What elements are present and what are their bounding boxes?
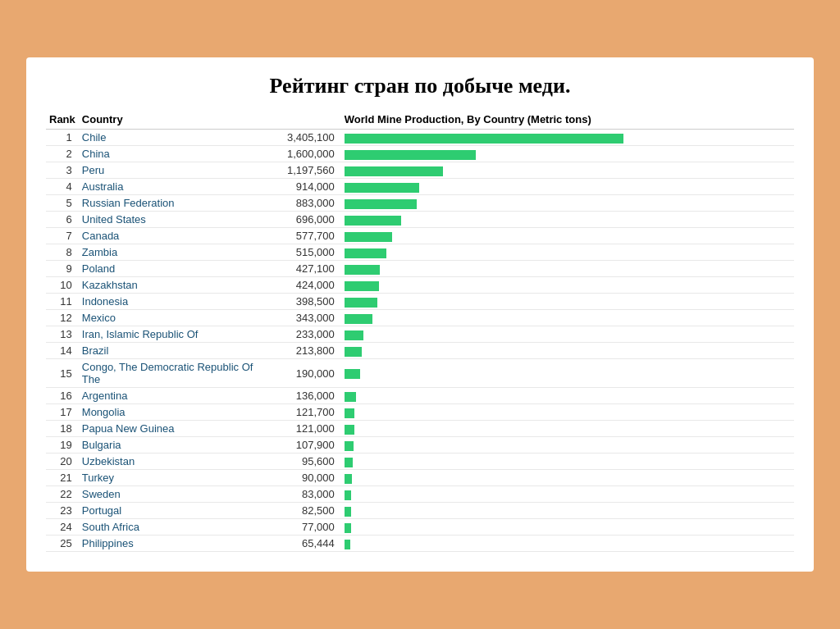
- cell-value: 343,000: [259, 310, 341, 326]
- table-row: 1Chile3,405,100: [46, 130, 794, 146]
- cell-bar: [341, 486, 794, 503]
- cell-rank: 2: [46, 146, 79, 162]
- table-row: 23Portugal82,500: [46, 503, 794, 519]
- bar-visual: [345, 134, 623, 144]
- cell-rank: 11: [46, 294, 79, 310]
- cell-rank: 3: [46, 162, 79, 179]
- cell-rank: 15: [46, 359, 79, 388]
- header-country: Country: [79, 112, 259, 130]
- cell-bar: [341, 294, 794, 310]
- table-row: 10Kazakhstan424,000: [46, 277, 794, 294]
- bar-visual: [345, 248, 386, 258]
- cell-value: 121,000: [259, 421, 341, 437]
- cell-bar: [341, 179, 794, 195]
- cell-value: 696,000: [259, 212, 341, 228]
- cell-country: Indonesia: [79, 294, 259, 310]
- cell-country: Mongolia: [79, 404, 259, 421]
- bar-visual: [345, 408, 354, 418]
- cell-country: United States: [79, 212, 259, 228]
- bar-visual: [345, 392, 356, 402]
- data-table: Rank Country World Mine Production, By C…: [46, 112, 794, 552]
- cell-value: 136,000: [259, 388, 341, 404]
- table-row: 2China1,600,000: [46, 146, 794, 162]
- cell-value: 121,700: [259, 404, 341, 421]
- table-row: 8Zambia515,000: [46, 244, 794, 261]
- table-row: 17Mongolia121,700: [46, 404, 794, 421]
- cell-country: Congo, The Democratic Republic Of The: [79, 359, 259, 388]
- cell-bar: [341, 162, 794, 179]
- bar-visual: [345, 265, 380, 275]
- cell-rank: 5: [46, 195, 79, 212]
- cell-value: 883,000: [259, 195, 341, 212]
- page-title: Рейтинг стран по добыче меди.: [46, 74, 794, 98]
- table-row: 14Brazil213,800: [46, 343, 794, 359]
- cell-rank: 21: [46, 470, 79, 486]
- bar-visual: [345, 216, 401, 226]
- cell-rank: 6: [46, 212, 79, 228]
- cell-country: Portugal: [79, 503, 259, 519]
- cell-rank: 20: [46, 454, 79, 470]
- cell-value: 427,100: [259, 261, 341, 277]
- cell-bar: [341, 536, 794, 552]
- table-row: 11Indonesia398,500: [46, 294, 794, 310]
- table-row: 20Uzbekistan95,600: [46, 454, 794, 470]
- cell-rank: 7: [46, 228, 79, 244]
- cell-bar: [341, 503, 794, 519]
- bar-visual: [345, 298, 377, 308]
- table-row: 21Turkey90,000: [46, 470, 794, 486]
- table-row: 25Philippines65,444: [46, 536, 794, 552]
- cell-value: 1,197,560: [259, 162, 341, 179]
- cell-country: Russian Federation: [79, 195, 259, 212]
- cell-value: 233,000: [259, 326, 341, 343]
- table-row: 24South Africa77,000: [46, 519, 794, 536]
- cell-country: China: [79, 146, 259, 162]
- cell-country: Sweden: [79, 486, 259, 503]
- cell-value: 1,600,000: [259, 146, 341, 162]
- bar-visual: [345, 150, 476, 160]
- cell-bar: [341, 326, 794, 343]
- cell-rank: 17: [46, 404, 79, 421]
- header-production: [259, 112, 341, 130]
- cell-value: 190,000: [259, 359, 341, 388]
- cell-country: Zambia: [79, 244, 259, 261]
- cell-rank: 22: [46, 486, 79, 503]
- cell-bar: [341, 277, 794, 294]
- cell-country: Australia: [79, 179, 259, 195]
- table-header-row: Rank Country World Mine Production, By C…: [46, 112, 794, 130]
- cell-bar: [341, 421, 794, 437]
- cell-country: Bulgaria: [79, 437, 259, 454]
- cell-value: 65,444: [259, 536, 341, 552]
- cell-rank: 1: [46, 130, 79, 146]
- cell-value: 914,000: [259, 179, 341, 195]
- cell-bar: [341, 437, 794, 454]
- cell-bar: [341, 244, 794, 261]
- cell-bar: [341, 343, 794, 359]
- cell-country: Chile: [79, 130, 259, 146]
- bar-visual: [345, 458, 353, 467]
- header-bar: World Mine Production, By Country (Metri…: [341, 112, 794, 130]
- bar-visual: [345, 347, 362, 357]
- table-body: 1Chile3,405,1002China1,600,0003Peru1,197…: [46, 130, 794, 552]
- cell-bar: [341, 146, 794, 162]
- cell-bar: [341, 470, 794, 486]
- table-row: 15Congo, The Democratic Republic Of The1…: [46, 359, 794, 388]
- bar-visual: [345, 199, 417, 209]
- table-row: 18Papua New Guinea121,000: [46, 421, 794, 437]
- cell-country: Philippines: [79, 536, 259, 552]
- table-row: 5Russian Federation883,000: [46, 195, 794, 212]
- cell-value: 424,000: [259, 277, 341, 294]
- bar-visual: [345, 474, 352, 484]
- table-row: 16Argentina136,000: [46, 388, 794, 404]
- bar-visual: [345, 183, 419, 193]
- bar-visual: [345, 523, 351, 533]
- cell-rank: 9: [46, 261, 79, 277]
- cell-country: Iran, Islamic Republic Of: [79, 326, 259, 343]
- cell-rank: 25: [46, 536, 79, 552]
- cell-value: 3,405,100: [259, 130, 341, 146]
- cell-value: 107,900: [259, 437, 341, 454]
- cell-rank: 23: [46, 503, 79, 519]
- bar-visual: [345, 314, 372, 324]
- cell-bar: [341, 519, 794, 536]
- main-card: Рейтинг стран по добыче меди. Rank Count…: [26, 57, 814, 572]
- cell-value: 398,500: [259, 294, 341, 310]
